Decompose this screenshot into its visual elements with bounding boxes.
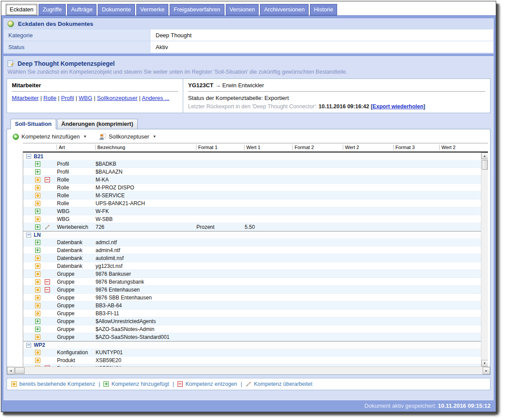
competence-row[interactable]: Gruppe9876 Bankuser [23,270,481,278]
group-row-wp2[interactable]: −WP2 [23,341,481,349]
competence-row[interactable]: Datenbankautolimit.nsf [23,254,481,262]
link-sollkonzeptuser[interactable]: Sollkonzeptuser [97,95,138,101]
vertical-scroll-thumb[interactable] [482,160,488,170]
grid-header-art[interactable]: Art [57,145,95,150]
competence-grid: ArtBezeichnungFormat 1Wert 1Format 2Wert… [23,143,488,367]
divider [188,91,485,92]
existing-competence-icon [35,279,40,285]
collapse-icon[interactable]: − [26,154,31,159]
vertical-scrollbar[interactable]: ▲ ▼ [481,153,488,367]
competence-row[interactable]: Gruppe9876 SBB Entenhausen [23,294,481,302]
competence-row[interactable]: −ProduktXSB59H01 [23,364,481,367]
competence-row[interactable]: +Profil$BADKB [23,160,481,168]
export-line: Letzter Rückexport in den 'Deep Thought … [188,103,485,110]
tab-freigabeverfahren[interactable]: Freigabeverfahren [170,4,224,15]
add-competence-button[interactable]: + Kompetenz hinzufügen ▼ [13,133,87,140]
competence-row[interactable]: GruppeBB3-AB-64 [23,302,481,310]
row-icons: + [23,169,57,174]
horizontal-scroll-thumb[interactable] [15,367,25,374]
competence-row[interactable]: −Gruppe9876 Beratungsbank [23,278,481,286]
mitarbeiter-box-title: Mitarbeiter [12,82,178,89]
tab-zugriffe[interactable]: Zugriffe [39,4,66,15]
scroll-up-button[interactable]: ▲ [481,153,488,159]
cell-wert1: 5.50 [245,224,293,230]
competence-row[interactable]: −RolleM-KA [23,176,481,184]
scroll-track[interactable] [25,367,483,374]
competence-row[interactable]: Datenbankyg123ct.nsf [23,262,481,270]
competence-row[interactable]: RolleM-SERVICE [23,192,481,199]
grid-viewport: −B21+Profil$BADKB+Profil$BALAAZN−RolleM-… [23,152,488,367]
competence-row[interactable]: +Datenbankadmcl.ntf [23,238,481,246]
scroll-right-button[interactable]: ► [483,367,490,374]
sollkonzeptuser-button[interactable]: Sollkonzeptuser ▼ [99,133,156,140]
competence-row[interactable]: +Gruppe$AZO-SaaSNotes-Admin [23,325,481,333]
cell-art: Rolle [57,177,96,183]
competence-row[interactable]: RolleM-PROZ DISPO [23,184,481,192]
tab-dokumente[interactable]: Dokumente [98,4,135,15]
collapse-icon[interactable]: − [26,343,31,348]
grid-rows: −B21+Profil$BADKB+Profil$BALAAZN−RolleM-… [23,153,481,367]
scroll-left-button[interactable]: ◄ [7,367,14,374]
link-separator: | [39,95,43,101]
grid-header-format-3[interactable]: Format 3 [393,145,439,150]
row-icons: + [23,208,57,214]
competence-row[interactable]: Gruppe$AZO-SaaSNotes-Standard001 [23,333,481,341]
competence-row[interactable]: WBGW-SBB [23,215,481,223]
row-icons [23,200,57,206]
tab-archivversionen[interactable]: Archivversionen [260,4,309,15]
existing-competence-icon [35,185,40,190]
horizontal-scrollbar[interactable]: ◄ ► [7,367,490,374]
eckdaten-panel-header: Eckdaten des Dokumentes [4,19,493,29]
subtab-soll-situation[interactable]: Soll-Situation [11,119,56,129]
competence-row[interactable]: ProduktXSB59E20 [23,356,481,364]
kompetenz-info-box: YG123CT → Erwin Entwickler Status der Ko… [183,79,490,113]
grid-header-format-1[interactable]: Format 1 [196,145,244,150]
group-row-b21[interactable]: −B21 [23,153,481,160]
group-row-ln[interactable]: −LN [23,231,481,238]
main-tab-bar: EckdatenZugriffeAufträgeDokumenteVermerk… [1,1,496,15]
scroll-down-button[interactable]: ▼ [481,360,488,367]
competence-row[interactable]: +Datenbankadmin4.ntf [23,246,481,254]
tab-versionen[interactable]: Versionen [226,4,259,15]
cell-bezeichnung: $BALAAZN [96,169,196,175]
tab-historie[interactable]: Historie [310,4,337,15]
competence-row[interactable]: +Profil$BALAAZN [23,168,481,176]
link-rolle[interactable]: Rolle [43,95,57,101]
link-anderes[interactable]: Anderes ... [142,95,170,101]
table-row: Status Aktiv [4,41,493,53]
grid-header-wert-2[interactable]: Wert 2 [343,145,393,150]
legend-item-kompetenz-berarbeitet: Kompetenz überarbeitet [245,381,312,387]
competence-row[interactable]: +Wertebereich726Prozent5.50 [23,223,481,231]
soll-situation-content: + Kompetenz hinzufügen ▼ Sollkonzeptuser… [7,129,491,375]
added-competence-icon: + [35,248,40,253]
grid-header-wert-2[interactable]: Wert 2 [439,145,488,150]
competence-row[interactable]: RolleUPS-BANK21-ARCH [23,199,481,207]
export-repeat-link[interactable]: Export wiederholen [373,103,423,110]
link-wbg[interactable]: WBG [79,95,92,101]
competence-row[interactable]: +WBGW-FK [23,207,481,215]
cell-art: Produkt [57,357,96,363]
cell-art: Gruppe [57,271,96,277]
competence-row[interactable]: KonfigurationKUNTYP01 [23,349,481,356]
competence-row[interactable]: GruppeBB3-FI-11 [23,310,481,317]
added-competence-icon: + [35,327,40,332]
competence-row[interactable]: −Gruppe9876 Entenhausen [23,286,481,294]
grid-header-format-2[interactable]: Format 2 [292,145,343,150]
grid-header-wert-1[interactable]: Wert 1 [244,145,292,150]
table-row: Kategorie Deep Thought [4,29,493,41]
existing-competence-icon [35,193,40,198]
tab-eckdaten[interactable]: Eckdaten [6,4,37,15]
subtab-nderungen-komprimiert[interactable]: Änderungen (komprimiert) [57,119,138,129]
cell-bezeichnung: $BADKB [96,161,196,167]
tab-auftr-ge[interactable]: Aufträge [67,4,96,15]
tab-vermerke[interactable]: Vermerke [136,4,169,15]
competence-row[interactable]: +Gruppe$AllowUnrestrictedAgents [23,317,481,325]
row-icons: + [23,247,57,253]
cell-art: Datenbank [57,255,96,261]
link-mitarbeiter[interactable]: Mitarbeiter [12,95,39,101]
collapse-icon[interactable]: − [26,233,31,238]
link-profil[interactable]: Profil [61,95,74,101]
eckdaten-panel-title: Eckdaten des Dokumentes [18,21,93,27]
grid-header-bezeichnung[interactable]: Bezeichnung [95,145,196,150]
cell-art: Profil [57,169,96,175]
